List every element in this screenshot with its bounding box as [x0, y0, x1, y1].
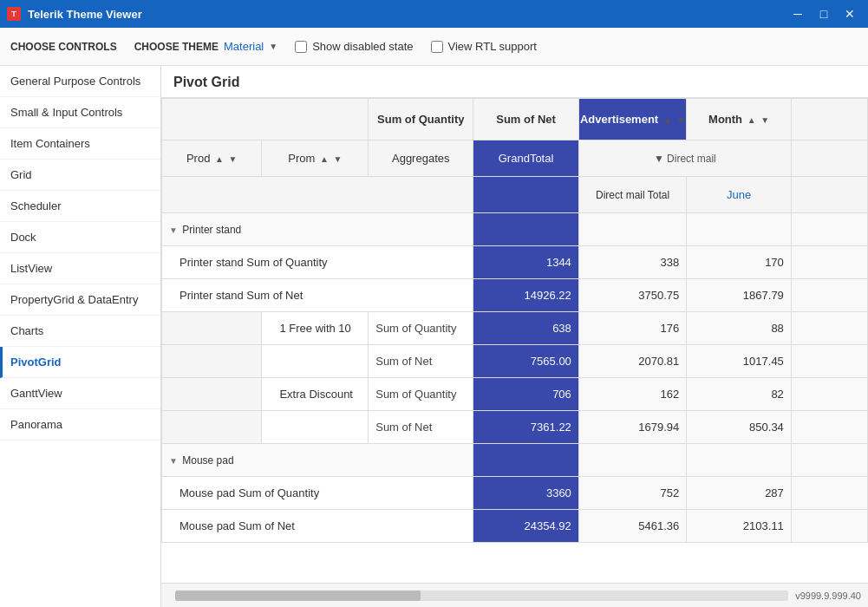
- sidebar-item-scheduler[interactable]: Scheduler: [0, 191, 160, 222]
- horizontal-scrollbar[interactable]: [175, 591, 788, 601]
- ps-sum-net-dm: 3750.75: [578, 279, 686, 312]
- ed-net-prod: [162, 411, 262, 444]
- content-title: Pivot Grid: [161, 66, 868, 98]
- sidebar-item-panorama[interactable]: Panorama: [0, 409, 160, 441]
- month-sort-asc[interactable]: ▲: [747, 115, 756, 125]
- direct-mail-total-header: Direct mail Total: [578, 177, 686, 213]
- choose-controls-label: CHOOSE CONTROLS: [10, 41, 117, 53]
- pivot-header-row3: Direct mail Total June: [162, 177, 868, 213]
- ps-gt-empty: [473, 213, 579, 246]
- show-disabled-label: Show disabled state: [312, 40, 413, 53]
- content-area: Pivot Grid Sum of Quantity Sum of Net: [161, 66, 868, 607]
- show-disabled-checkbox[interactable]: [295, 41, 307, 53]
- empty-row3-last: [791, 177, 867, 213]
- grand-total-header-cell: GrandTotal: [473, 140, 579, 177]
- sidebar-item-item-containers[interactable]: Item Containers: [0, 128, 160, 160]
- sidebar-item-listview[interactable]: ListView: [0, 253, 160, 284]
- window-title: Telerik Theme Viewer: [28, 8, 142, 21]
- month-sort-desc[interactable]: ▼: [760, 115, 769, 125]
- ed-net-dm: 1679.94: [578, 411, 686, 444]
- gt-spacer: [473, 177, 579, 213]
- sidebar-item-charts[interactable]: Charts: [0, 316, 160, 347]
- adv-sort-desc[interactable]: ▼: [676, 115, 685, 125]
- printer-stand-expand[interactable]: ▼: [169, 225, 178, 235]
- printer-stand-group-label: ▼ Printer stand: [162, 213, 473, 246]
- ps-sum-qty-extra: [791, 246, 867, 279]
- sidebar-item-pivotgrid[interactable]: PivotGrid: [0, 347, 160, 378]
- empty-row3: [162, 177, 473, 213]
- sidebar-item-propertygrid[interactable]: PropertyGrid & DataEntry: [0, 284, 160, 316]
- mp-sum-qty-june: 287: [687, 477, 792, 510]
- ps-june-empty: [687, 213, 792, 246]
- title-bar-left: T Telerik Theme Viewer: [7, 7, 142, 21]
- prod-sort-asc[interactable]: ▲: [215, 154, 224, 164]
- sidebar-item-grid[interactable]: Grid: [0, 160, 160, 191]
- sum-quantity-header[interactable]: Sum of Quantity: [369, 99, 473, 140]
- ed-net-june: 850.34: [687, 411, 792, 444]
- ps-sum-net-label: Printer stand Sum of Net: [162, 279, 473, 312]
- sidebar-item-general[interactable]: General Purpose Controls: [0, 66, 160, 97]
- prom-sort-desc[interactable]: ▼: [333, 154, 342, 164]
- prod-header[interactable]: Prod ▲ ▼: [162, 140, 262, 177]
- mousepad-group-label: ▼ Mouse pad: [162, 444, 473, 477]
- empty-header-2: [791, 99, 867, 140]
- mp-sum-qty-dm: 752: [578, 477, 686, 510]
- ps-sum-qty-label: Printer stand Sum of Quantity: [162, 246, 473, 279]
- 1free-net-june: 1017.45: [687, 345, 792, 378]
- mousepad-sum-qty-row: Mouse pad Sum of Quantity 3360 752 287: [162, 477, 868, 510]
- sidebar-item-small-input[interactable]: Small & Input Controls: [0, 97, 160, 128]
- prom-sort-asc[interactable]: ▲: [320, 154, 329, 164]
- printer-stand-sum-qty-row: Printer stand Sum of Quantity 1344 338 1…: [162, 246, 868, 279]
- mp-sum-qty-extra: [791, 477, 867, 510]
- scrollbar-thumb[interactable]: [175, 591, 421, 601]
- mousepad-sum-net-row: Mouse pad Sum of Net 24354.92 5461.36 21…: [162, 510, 868, 543]
- prod-sort-desc[interactable]: ▼: [229, 154, 238, 164]
- pivot-table: Sum of Quantity Sum of Net Advertisement…: [161, 98, 868, 543]
- pivot-wrapper[interactable]: Sum of Quantity Sum of Net Advertisement…: [161, 98, 868, 583]
- main-layout: General Purpose Controls Small & Input C…: [0, 66, 868, 607]
- advertisement-header[interactable]: Advertisement ▲ ▼: [578, 99, 686, 140]
- ed-net-prom: [262, 411, 369, 444]
- view-rtl-checkbox[interactable]: [431, 41, 443, 53]
- direct-mail-header: ▼ Direct mail: [578, 140, 791, 177]
- prom-header[interactable]: Prom ▲ ▼: [262, 140, 369, 177]
- toolbar: CHOOSE CONTROLS CHOOSE THEME Material ▼ …: [0, 28, 868, 66]
- pivot-header-row2: Prod ▲ ▼ Prom ▲ ▼ Aggregates: [162, 140, 868, 177]
- 1free-qty-gt: 638: [473, 312, 579, 345]
- printer-stand-group-row: ▼ Printer stand: [162, 213, 868, 246]
- theme-select-group: CHOOSE THEME Material ▼: [134, 40, 278, 53]
- mp-sum-net-gt: 24354.92: [473, 510, 579, 543]
- ps-extra: [791, 213, 867, 246]
- theme-value[interactable]: Material: [224, 40, 264, 53]
- mp-sum-qty-gt: 3360: [473, 477, 579, 510]
- maximize-button[interactable]: □: [813, 5, 835, 23]
- bottom-bar: v9999.9.999.40: [161, 583, 868, 607]
- sidebar-item-ganttview[interactable]: GanttView: [0, 378, 160, 409]
- mp-extra: [791, 444, 867, 477]
- close-button[interactable]: ✕: [839, 5, 861, 23]
- 1free-qty-dm: 176: [578, 312, 686, 345]
- ps-sum-qty-june: 170: [687, 246, 792, 279]
- 1free-prom-label: 1 Free with 10: [262, 312, 369, 345]
- theme-dropdown-arrow[interactable]: ▼: [269, 42, 277, 51]
- sidebar-item-dock[interactable]: Dock: [0, 222, 160, 253]
- aggregates-header[interactable]: Aggregates: [369, 140, 473, 177]
- ed-qty-dm: 162: [578, 378, 686, 411]
- choose-theme-label: CHOOSE THEME: [134, 41, 219, 53]
- 1free-net-agg: Sum of Net: [369, 345, 473, 378]
- empty-sub-header: [791, 140, 867, 177]
- mp-sum-net-label: Mouse pad Sum of Net: [162, 510, 473, 543]
- ps-sum-qty-dm: 338: [578, 246, 686, 279]
- 1free-qty-agg: Sum of Quantity: [369, 312, 473, 345]
- ed-qty-extra: [791, 378, 867, 411]
- june-header: June: [687, 177, 792, 213]
- minimize-button[interactable]: ─: [786, 5, 809, 23]
- mousepad-expand[interactable]: ▼: [169, 456, 178, 466]
- sum-net-header[interactable]: Sum of Net: [473, 99, 579, 140]
- 1free-net-row: Sum of Net 7565.00 2070.81 1017.45: [162, 345, 868, 378]
- 1free-qty-june: 88: [687, 312, 792, 345]
- 1free-net-prom: [262, 345, 369, 378]
- title-bar: T Telerik Theme Viewer ─ □ ✕: [0, 0, 868, 28]
- adv-sort-asc[interactable]: ▲: [663, 115, 672, 125]
- month-header[interactable]: Month ▲ ▼: [687, 99, 792, 140]
